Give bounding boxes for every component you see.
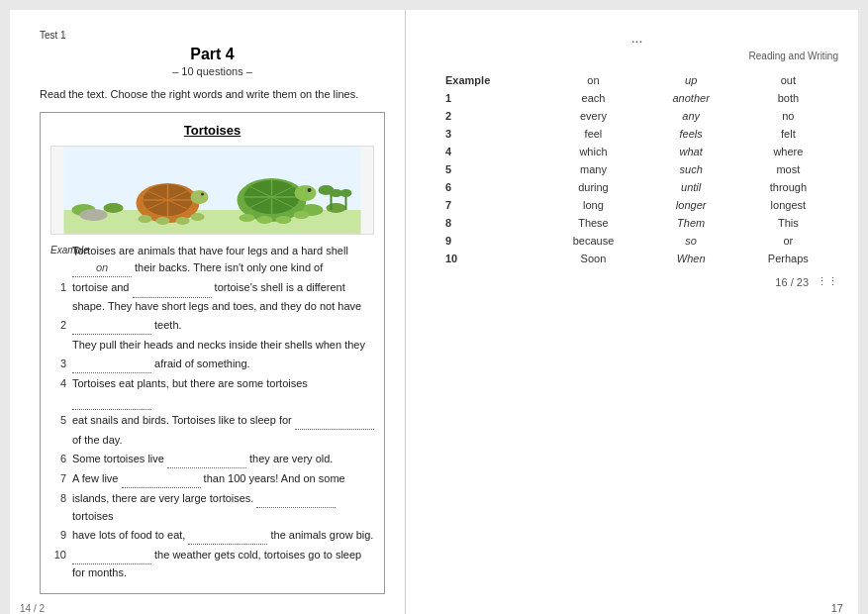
dots-menu[interactable]: ... <box>435 30 838 46</box>
passage-line-5b: of the day. <box>50 432 374 449</box>
answer-row-8: 8TheseThemThis <box>435 214 838 232</box>
passage-text: Example Tortoises are animals that have … <box>50 243 374 581</box>
answer-row-label: 10 <box>435 250 542 267</box>
answer-option-1[interactable]: which <box>542 143 643 160</box>
answer-option-3[interactable]: through <box>738 178 838 196</box>
answer-option-2[interactable]: feels <box>644 125 738 143</box>
tortoise-illustration <box>50 146 374 235</box>
answer-option-3[interactable]: most <box>738 160 838 178</box>
svg-point-25 <box>295 185 317 201</box>
answer-option-1[interactable]: each <box>542 89 643 107</box>
answer-option-1[interactable]: during <box>542 178 643 196</box>
svg-point-3 <box>104 203 124 213</box>
passage-line-1: 1 tortoise and tortoise's shell is a dif… <box>50 279 374 314</box>
answer-option-3[interactable]: felt <box>738 125 838 143</box>
answer-option-1[interactable]: because <box>542 232 643 250</box>
reading-writing-label: Reading and Writing <box>435 51 838 61</box>
test-label: Test 1 <box>40 30 385 41</box>
right-panel: ... Reading and Writing Exampleonupout1e… <box>406 10 858 614</box>
svg-point-28 <box>257 216 273 224</box>
answer-option-1[interactable]: These <box>542 214 643 232</box>
svg-point-30 <box>294 211 310 219</box>
text-box-title: Tortoises <box>50 123 374 138</box>
answer-option-3[interactable]: no <box>738 107 838 125</box>
answer-row-label: Example <box>435 71 542 89</box>
answer-option-3[interactable]: longest <box>738 196 838 214</box>
answer-option-1[interactable]: Soon <box>542 250 643 267</box>
instructions: Read the text. Choose the right words an… <box>40 87 385 102</box>
pagination-text: 16 / 23 <box>775 276 809 288</box>
line-number-example: Example <box>50 243 72 258</box>
svg-point-14 <box>201 193 204 196</box>
pagination-row: 16 / 23 ⋮⋮ <box>435 275 838 288</box>
passage-line-9: 9 have lots of food to eat, the animals … <box>50 527 374 545</box>
answer-row-label: 5 <box>435 160 542 178</box>
answer-option-2[interactable]: Them <box>644 214 738 232</box>
answer-option-3[interactable]: This <box>738 214 838 232</box>
answer-option-1[interactable]: many <box>542 160 643 178</box>
svg-point-6 <box>80 209 108 221</box>
svg-point-13 <box>191 190 209 204</box>
answer-option-2[interactable]: longer <box>644 196 738 214</box>
page-number-left: 14 / 2 <box>20 603 45 614</box>
answer-choices-table: Exampleonupout1eachanotherboth2everyanyn… <box>435 71 838 267</box>
svg-point-35 <box>340 189 352 197</box>
answer-option-2[interactable]: another <box>644 89 738 107</box>
answer-option-1[interactable]: long <box>542 196 643 214</box>
text-box: Tortoises <box>40 112 385 594</box>
svg-rect-1 <box>64 146 361 210</box>
answer-row-7: 7longlongerlongest <box>435 196 838 214</box>
answer-row-label: 9 <box>435 232 542 250</box>
answer-option-2[interactable]: until <box>644 178 738 196</box>
svg-point-5 <box>327 203 346 213</box>
answer-option-3[interactable]: or <box>738 232 838 250</box>
grid-icon[interactable]: ⋮⋮ <box>817 275 838 288</box>
answer-row-3: 3feelfeelsfelt <box>435 125 838 143</box>
answer-option-3[interactable]: out <box>738 71 838 89</box>
answer-option-2[interactable]: up <box>644 71 738 89</box>
answer-row-label: 8 <box>435 214 542 232</box>
answer-option-3[interactable]: Perhaps <box>738 250 838 267</box>
passage-line-3: 3 afraid of something. <box>50 356 374 373</box>
answer-row-2: 2everyanyno <box>435 107 838 125</box>
answer-option-2[interactable]: what <box>644 143 738 160</box>
answer-row-label: 6 <box>435 178 542 196</box>
passage-line-6: 6 Some tortoises live they are very old. <box>50 451 374 468</box>
answer-row-label: 2 <box>435 107 542 125</box>
answer-row-4: 4whichwhatwhere <box>435 143 838 160</box>
svg-point-29 <box>276 216 292 224</box>
left-panel: Test 1 Part 4 – 10 questions – Read the … <box>10 10 406 614</box>
answer-option-2[interactable]: any <box>644 107 738 125</box>
page-number-right: 17 <box>831 602 843 614</box>
answer-row-label: 3 <box>435 125 542 143</box>
part-title: Part 4 <box>40 46 385 63</box>
passage-line-2: 2 teeth. <box>50 317 374 335</box>
answer-option-2[interactable]: such <box>644 160 738 178</box>
passage-line-4b: 5 eat snails and birds. Tortoises like t… <box>50 412 374 430</box>
answer-row-9: 9becausesoor <box>435 232 838 250</box>
svg-point-27 <box>240 214 255 222</box>
svg-point-16 <box>156 217 170 225</box>
answer-row-10: 10SoonWhenPerhaps <box>435 250 838 267</box>
answer-row-5: 5manysuchmost <box>435 160 838 178</box>
answer-option-1[interactable]: on <box>542 71 643 89</box>
answer-option-1[interactable]: every <box>542 107 643 125</box>
passage-line-example: Example Tortoises are animals that have … <box>50 243 374 277</box>
answer-row-label: 7 <box>435 196 542 214</box>
answer-option-3[interactable]: both <box>738 89 838 107</box>
passage-line-7: 7 A few live than 100 years! And on some <box>50 470 374 488</box>
answer-option-2[interactable]: so <box>644 232 738 250</box>
answer-row-example: Exampleonupout <box>435 71 838 89</box>
answer-option-2[interactable]: When <box>644 250 738 267</box>
passage-line-4: 4 Tortoises eat plants, but there are so… <box>50 375 374 410</box>
svg-point-15 <box>139 215 152 223</box>
answer-row-label: 4 <box>435 143 542 160</box>
questions-subtitle: – 10 questions – <box>40 65 385 77</box>
svg-point-18 <box>191 213 205 221</box>
answer-option-3[interactable]: where <box>738 143 838 160</box>
passage-line-10: 10 the weather gets cold, tortoises go t… <box>50 547 374 581</box>
answer-option-1[interactable]: feel <box>542 125 643 143</box>
svg-point-17 <box>176 217 190 225</box>
passage-line-pull: They pull their heads and necks inside t… <box>50 337 374 354</box>
answer-row-6: 6duringuntilthrough <box>435 178 838 196</box>
